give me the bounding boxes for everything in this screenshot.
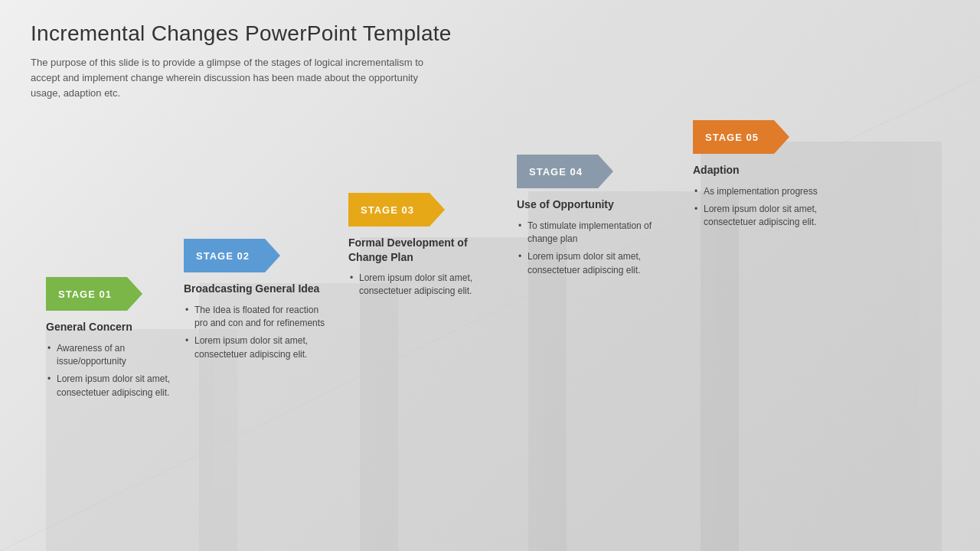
slide-content: Incremental Changes PowerPoint Template … — [0, 0, 980, 537]
stages-area: STAGE 01 General Concern Awareness of an… — [31, 124, 949, 522]
stage-03-bullet-1: Lorem ipsum dolor sit amet, consectetuer… — [348, 272, 498, 298]
stage-01-arrow: STAGE 01 — [46, 277, 127, 311]
stage-05-bullet-1: As implementation progress — [693, 185, 846, 198]
stage-02-bullets: The Idea is floated for reaction pro and… — [184, 304, 333, 362]
stage-01-label: STAGE 01 — [58, 289, 112, 300]
stage-03-title: Formal Development of Change Plan — [348, 236, 498, 263]
stage-05-bullets: As implementation progress Lorem ipsum d… — [693, 185, 846, 230]
stage-05-label: STAGE 05 — [705, 132, 759, 143]
stage-05-block: STAGE 05 Adaption As implementation prog… — [693, 120, 846, 233]
stage-02-bullet-2: Lorem ipsum dolor sit amet, consectetuer… — [184, 334, 333, 361]
stage-02-bullet-1: The Idea is floated for reaction pro and… — [184, 304, 333, 331]
stage-03-arrow: STAGE 03 — [348, 193, 430, 227]
stage-01-bullets: Awareness of an issue/opportunity Lorem … — [46, 342, 180, 400]
stage-04-bullet-2: Lorem ipsum dolor sit amet, consectetuer… — [517, 250, 670, 277]
stage-04-block: STAGE 04 Use of Opportunity To stimulate… — [517, 155, 670, 282]
stage-03-bullets: Lorem ipsum dolor sit amet, consectetuer… — [348, 272, 498, 298]
stage-04-bullet-1: To stimulate implementation of change pl… — [517, 220, 670, 246]
stage-05-title: Adaption — [693, 163, 846, 177]
stage-03-block: STAGE 03 Formal Development of Change Pl… — [348, 193, 498, 302]
stage-04-title: Use of Opportunity — [517, 197, 670, 211]
stage-04-bullets: To stimulate implementation of change pl… — [517, 220, 670, 278]
slide-description: The purpose of this slide is to provide … — [31, 55, 429, 101]
stage-01-title: General Concern — [46, 320, 180, 334]
stage-03-label: STAGE 03 — [361, 204, 414, 216]
slide-title: Incremental Changes PowerPoint Template — [31, 21, 949, 46]
stage-02-arrow: STAGE 02 — [184, 239, 265, 272]
stage-02-block: STAGE 02 Broadcasting General Idea The I… — [184, 239, 333, 366]
stage-04-arrow: STAGE 04 — [517, 155, 598, 188]
stage-05-bullet-2: Lorem ipsum dolor sit amet, consectetuer… — [693, 203, 846, 230]
stage-01-bullet-1: Awareness of an issue/opportunity — [46, 342, 180, 369]
stage-05-arrow: STAGE 05 — [693, 120, 774, 154]
stage-04-label: STAGE 04 — [529, 166, 583, 178]
stage-01-bullet-2: Lorem ipsum dolor sit amet, consectetuer… — [46, 373, 180, 399]
stage-02-label: STAGE 02 — [196, 250, 250, 262]
stage-02-title: Broadcasting General Idea — [184, 282, 333, 295]
stage-01-block: STAGE 01 General Concern Awareness of an… — [46, 277, 180, 404]
